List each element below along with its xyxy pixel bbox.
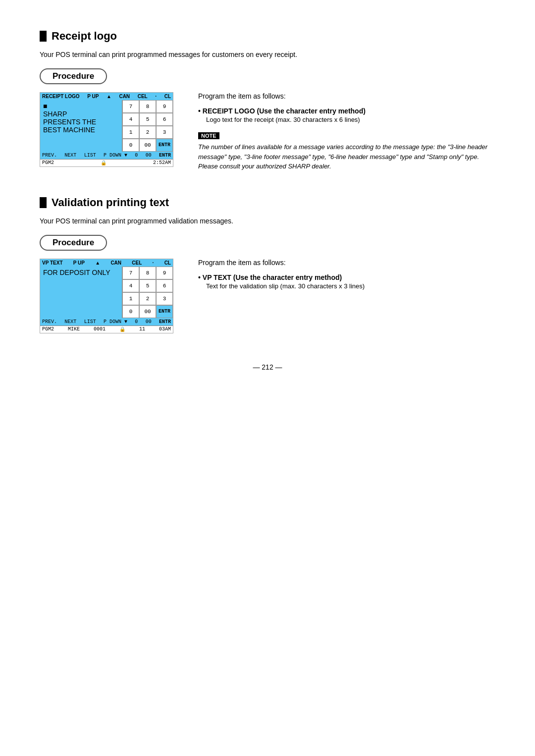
procedure-badge-1: Procedure [40, 68, 107, 84]
key-3-1[interactable]: 3 [156, 126, 173, 139]
key-2-2[interactable]: 2 [139, 292, 156, 305]
section1-title: Receipt logo [40, 30, 495, 43]
pos-prev-1[interactable]: PREV. [42, 153, 57, 158]
section-validation: Validation printing text Your POS termin… [40, 196, 495, 333]
pos-header-left-1: RECEIPT LOGO [42, 94, 80, 99]
pos-pdown-2[interactable]: P DOWN ▼ [104, 319, 127, 324]
pos-header-can-2: CAN [110, 260, 121, 266]
pos-header-1: RECEIPT LOGO P UP ▲ CAN CEL · CL [40, 93, 173, 100]
section2-desc: Your POS terminal can print programmed v… [40, 217, 495, 225]
key-0-1[interactable]: 0 [122, 139, 139, 152]
pos-screen-2: VP TEXT P UP ▲ CAN CEL · CL FOR DEPOSIT … [40, 259, 173, 333]
pos-zero-2: 0 [135, 319, 138, 324]
procedure-right-2: Program the item as follows: • VP TEXT (… [198, 259, 495, 333]
key-1-2[interactable]: 1 [122, 292, 139, 305]
key-1-1[interactable]: 1 [122, 126, 139, 139]
procedure-content-1: RECEIPT LOGO P UP ▲ CAN CEL · CL ■ SHARP… [40, 92, 495, 171]
pos-header-left-2: VP TEXT [42, 260, 63, 266]
pos-num2-2: 11 [139, 326, 145, 332]
key-6-2[interactable]: 6 [156, 279, 173, 292]
pos-header-tri-2: ▲ [95, 260, 100, 266]
pos-numpad-1: 7 8 9 4 5 6 1 2 3 0 00 ENTR [122, 100, 173, 152]
key-9-2[interactable]: 9 [156, 267, 173, 279]
pos-status-1: PGM2 🔒 2:52AM [40, 159, 173, 166]
pos-header-can-1: CAN [119, 94, 130, 99]
pos-status-2: PGM2 MIKE 0001 🔒 11 03AM [40, 325, 173, 333]
section-receipt-logo: Receipt logo Your POS terminal can print… [40, 30, 495, 171]
pos-header-cel-1: CEL [138, 94, 148, 99]
note-label-1: NOTE [198, 132, 219, 139]
bullet-item-1: • RECEIPT LOGO (Use the character entry … [198, 107, 495, 123]
key-3-2[interactable]: 3 [156, 292, 173, 305]
key-4-2[interactable]: 4 [122, 279, 139, 292]
pos-doubzero-2: 00 [146, 319, 152, 324]
pos-body-2: FOR DEPOSIT ONLY 7 8 9 4 5 6 1 2 3 0 00 [40, 267, 173, 318]
bullet-desc-2: Text for the validation slip (max. 30 ch… [206, 282, 495, 290]
pos-header-cl-2: CL [164, 260, 171, 266]
pos-header-cel-2: CEL [132, 260, 142, 266]
pos-icon-1: 🔒 [101, 160, 107, 166]
key-00-2[interactable]: 00 [139, 305, 156, 318]
pos-header-2: VP TEXT P UP ▲ CAN CEL · CL [40, 259, 173, 267]
key-8-1[interactable]: 8 [139, 100, 156, 113]
pos-pgm-2: PGM2 [42, 326, 54, 332]
pos-header-dot-1: · [155, 94, 157, 99]
bullet-title-1: • RECEIPT LOGO (Use the character entry … [198, 107, 366, 115]
key-9-1[interactable]: 9 [156, 100, 173, 113]
pos-doubzero-1: 00 [146, 153, 152, 158]
key-5-1[interactable]: 5 [139, 113, 156, 126]
pos-bottom-1: PREV. NEXT LIST P DOWN ▼ 0 00 ENTR [40, 152, 173, 159]
section1-title-text: Receipt logo [52, 30, 117, 43]
pos-next-2[interactable]: NEXT [64, 319, 76, 324]
pos-list-2[interactable]: LIST [84, 319, 96, 324]
key-8-2[interactable]: 8 [139, 267, 156, 279]
key-0-2[interactable]: 0 [122, 305, 139, 318]
pos-line1-1: ■ [43, 102, 119, 110]
program-label-1: Program the item as follows: [198, 92, 495, 100]
section1-desc: Your POS terminal can print programmed m… [40, 51, 495, 58]
procedure-badge-2: Procedure [40, 235, 107, 251]
note-text-1: The number of lines available for a mess… [198, 142, 495, 171]
pos-screen-1: RECEIPT LOGO P UP ▲ CAN CEL · CL ■ SHARP… [40, 92, 173, 167]
bullet-item-2: • VP TEXT (Use the character entry metho… [198, 273, 495, 290]
pos-header-mid-2: P UP [73, 260, 85, 266]
pos-header-cl-1: CL [164, 94, 171, 99]
procedure-right-1: Program the item as follows: • RECEIPT L… [198, 92, 495, 171]
bullet-desc-1: Logo text for the receipt (max. 30 chara… [206, 116, 495, 123]
key-entr-1[interactable]: ENTR [156, 139, 173, 152]
pos-mike-2: MIKE [68, 326, 80, 332]
pos-line4-1: BEST MACHINE [43, 126, 119, 134]
pos-pgm-1: PGM2 [42, 160, 54, 166]
pos-prev-2[interactable]: PREV. [42, 319, 57, 324]
pos-numpad-2: 7 8 9 4 5 6 1 2 3 0 00 ENTR [122, 267, 173, 318]
key-7-2[interactable]: 7 [122, 267, 139, 279]
pos-icon-2: 🔒 [119, 326, 125, 332]
key-4-1[interactable]: 4 [122, 113, 139, 126]
pos-entr-label-1: ENTR [159, 153, 171, 158]
key-7-1[interactable]: 7 [122, 100, 139, 113]
pos-header-mid-1: P UP [87, 94, 99, 99]
pos-display-2: FOR DEPOSIT ONLY [40, 267, 122, 318]
pos-line1-2: FOR DEPOSIT ONLY [43, 269, 119, 276]
key-2-1[interactable]: 2 [139, 126, 156, 139]
pos-list-1[interactable]: LIST [84, 153, 96, 158]
pos-line3-1: PRESENTS THE [43, 118, 119, 126]
program-label-2: Program the item as follows: [198, 259, 495, 267]
pos-body-1: ■ SHARP PRESENTS THE BEST MACHINE 7 8 9 … [40, 100, 173, 152]
pos-zero-1: 0 [135, 153, 138, 158]
pos-bottom-2: PREV. NEXT LIST P DOWN ▼ 0 00 ENTR [40, 318, 173, 325]
bullet-title-2: • VP TEXT (Use the character entry metho… [198, 273, 342, 281]
pos-header-dot-2: · [153, 260, 154, 266]
pos-pdown-1[interactable]: P DOWN ▼ [104, 153, 127, 158]
pos-next-1[interactable]: NEXT [64, 153, 76, 158]
pos-screen-container-1: RECEIPT LOGO P UP ▲ CAN CEL · CL ■ SHARP… [40, 92, 178, 171]
key-00-1[interactable]: 00 [139, 139, 156, 152]
procedure-content-2: VP TEXT P UP ▲ CAN CEL · CL FOR DEPOSIT … [40, 259, 495, 333]
key-entr-2[interactable]: ENTR [156, 305, 173, 318]
key-6-1[interactable]: 6 [156, 113, 173, 126]
pos-display-1: ■ SHARP PRESENTS THE BEST MACHINE [40, 100, 122, 152]
pos-entr-label-2: ENTR [159, 319, 171, 324]
pos-header-tri-1: ▲ [107, 94, 111, 99]
key-5-2[interactable]: 5 [139, 279, 156, 292]
section2-title-text: Validation printing text [52, 196, 169, 209]
